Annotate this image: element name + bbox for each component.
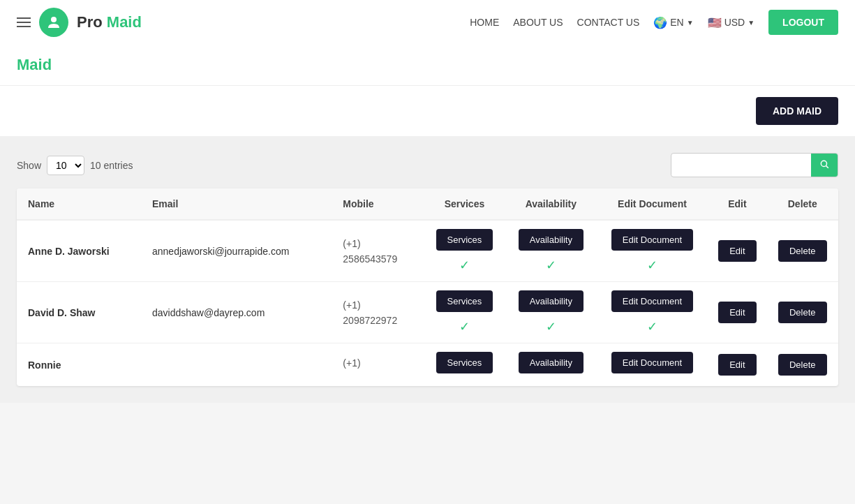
table-wrapper: Name Email Mobile Services Availability … — [17, 188, 838, 386]
availability-button-2[interactable]: Availability — [519, 352, 583, 373]
maid-email-1: daviddshaw@dayrep.com — [152, 307, 320, 318]
svg-point-0 — [51, 17, 57, 22]
navbar: Pro Maid HOME ABOUT US CONTACT US 🌍 EN ▼… — [0, 0, 855, 45]
availability-check-icon-0: ✓ — [546, 258, 556, 273]
add-maid-button[interactable]: ADD MAID — [756, 97, 838, 125]
search-button[interactable] — [811, 154, 838, 177]
search-icon — [819, 159, 829, 169]
page-title: Maid — [17, 56, 838, 74]
currency-selector[interactable]: 🇺🇸 USD ▼ — [708, 16, 754, 29]
cell-name-0: Anne D. Jaworski — [17, 220, 141, 282]
nav-home[interactable]: HOME — [470, 17, 499, 28]
edit-button-2[interactable]: Edit — [718, 354, 756, 376]
table-row: Ronnie (+1) Services Availability — [17, 343, 838, 387]
availability-button-0[interactable]: Availability — [519, 229, 583, 251]
cell-email-1: daviddshaw@dayrep.com — [141, 282, 332, 343]
cell-editdoc-0: Edit Document ✓ — [597, 220, 708, 282]
page-header: Maid — [0, 45, 855, 86]
svg-point-1 — [821, 161, 826, 166]
availability-button-1[interactable]: Availability — [519, 290, 583, 312]
edit-button-1[interactable]: Edit — [718, 302, 756, 323]
table-row: David D. Shaw daviddshaw@dayrep.com (+1)… — [17, 282, 838, 343]
cell-edit-1: Edit — [708, 282, 766, 343]
nav-contact[interactable]: CONTACT US — [577, 17, 640, 28]
col-availability: Availability — [505, 188, 597, 220]
cell-availability-0: Availability ✓ — [505, 220, 597, 282]
services-button-2[interactable]: Services — [436, 352, 493, 373]
edit-document-button-2[interactable]: Edit Document — [611, 352, 693, 373]
col-name: Name — [17, 188, 141, 220]
maid-name-1: David D. Shaw — [28, 307, 130, 318]
currency-label: USD — [724, 17, 745, 28]
show-entries: Show 10 25 50 10 entries — [17, 156, 133, 175]
search-input[interactable] — [671, 156, 811, 175]
table-header-row: Name Email Mobile Services Availability … — [17, 188, 838, 220]
logo-icon — [39, 8, 68, 37]
language-label: EN — [670, 17, 683, 28]
delete-button-0[interactable]: Delete — [778, 240, 827, 262]
maid-name-0: Anne D. Jaworski — [28, 246, 130, 257]
navbar-left: Pro Maid — [17, 8, 142, 37]
maid-mobile-prefix-0: (+1) — [343, 238, 412, 249]
logout-button[interactable]: LOGOUT — [768, 10, 838, 35]
maid-mobile-prefix-2: (+1) — [343, 357, 412, 369]
table-row: Anne D. Jaworski annedjaworski@jourrapid… — [17, 220, 838, 282]
cell-availability-2: Availability — [505, 343, 597, 387]
nav-about[interactable]: ABOUT US — [513, 17, 563, 28]
currency-chevron-icon: ▼ — [748, 19, 754, 27]
cell-services-0: Services ✓ — [424, 220, 505, 282]
logo-text: Pro Maid — [77, 13, 142, 31]
delete-button-2[interactable]: Delete — [778, 354, 827, 376]
language-flag: 🌍 — [653, 16, 667, 29]
edit-document-button-0[interactable]: Edit Document — [611, 229, 693, 251]
cell-editdoc-2: Edit Document — [597, 343, 708, 387]
delete-button-1[interactable]: Delete — [778, 302, 827, 323]
cell-mobile-2: (+1) — [332, 343, 424, 387]
services-button-0[interactable]: Services — [436, 229, 493, 251]
currency-flag: 🇺🇸 — [708, 16, 722, 29]
cell-edit-0: Edit — [708, 220, 766, 282]
maid-email-0: annedjaworski@jourrapide.com — [152, 246, 320, 257]
cell-delete-2: Delete — [767, 343, 838, 387]
maid-mobile-number-0: 2586543579 — [343, 253, 412, 265]
col-email: Email — [141, 188, 332, 220]
services-check-icon-1: ✓ — [459, 319, 470, 334]
services-button-1[interactable]: Services — [436, 290, 493, 312]
cell-availability-1: Availability ✓ — [505, 282, 597, 343]
editdoc-check-icon-0: ✓ — [647, 258, 657, 273]
entries-select[interactable]: 10 25 50 — [47, 156, 84, 175]
maid-mobile-prefix-1: (+1) — [343, 299, 412, 311]
cell-services-1: Services ✓ — [424, 282, 505, 343]
search-box — [671, 153, 838, 177]
table-section: Show 10 25 50 10 entries Name Em — [0, 136, 855, 403]
cell-email-2 — [141, 343, 332, 387]
cell-delete-0: Delete — [767, 220, 838, 282]
cell-name-2: Ronnie — [17, 343, 141, 387]
services-check-icon-0: ✓ — [459, 258, 470, 273]
show-label: Show — [17, 160, 41, 171]
availability-check-icon-1: ✓ — [546, 319, 556, 334]
entries-label: 10 entries — [90, 160, 133, 171]
maid-table: Name Email Mobile Services Availability … — [17, 188, 838, 386]
edit-document-button-1[interactable]: Edit Document — [611, 290, 693, 312]
language-selector[interactable]: 🌍 EN ▼ — [653, 16, 693, 29]
cell-mobile-0: (+1) 2586543579 — [332, 220, 424, 282]
hamburger-menu[interactable] — [17, 17, 31, 27]
maid-name-2: Ronnie — [28, 360, 130, 371]
cell-edit-2: Edit — [708, 343, 766, 387]
col-mobile: Mobile — [332, 188, 424, 220]
cell-editdoc-1: Edit Document ✓ — [597, 282, 708, 343]
cell-services-2: Services — [424, 343, 505, 387]
cell-email-0: annedjaworski@jourrapide.com — [141, 220, 332, 282]
col-delete: Delete — [767, 188, 838, 220]
cell-delete-1: Delete — [767, 282, 838, 343]
editdoc-check-icon-1: ✓ — [647, 319, 657, 334]
edit-button-0[interactable]: Edit — [718, 240, 756, 262]
action-bar: ADD MAID — [0, 86, 855, 136]
maid-mobile-number-1: 2098722972 — [343, 315, 412, 326]
language-chevron-icon: ▼ — [687, 19, 694, 27]
table-controls: Show 10 25 50 10 entries — [17, 153, 838, 177]
cell-name-1: David D. Shaw — [17, 282, 141, 343]
cell-mobile-1: (+1) 2098722972 — [332, 282, 424, 343]
col-services: Services — [424, 188, 505, 220]
